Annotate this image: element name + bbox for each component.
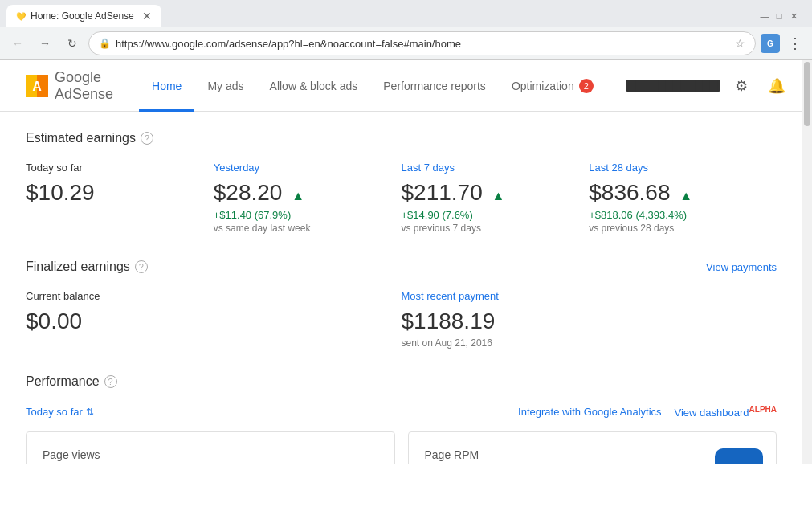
- finalized-earnings-title: Finalized earnings ?: [26, 260, 148, 274]
- nav-allow-block-ads[interactable]: Allow & block ads: [257, 60, 371, 112]
- earnings-grid: Today so far $10.29 Yesterday $28.20 ▲ +…: [26, 161, 777, 234]
- tab-favicon: 💛: [16, 12, 26, 21]
- tab-close-button[interactable]: ✕: [142, 10, 152, 22]
- earnings-yesterday-change: +$11.40 (67.9%): [214, 209, 382, 221]
- tab-title: Home: Google AdSense: [31, 10, 134, 22]
- performance-cards: Page views 11,385 Page RPM $0.21 B ): [26, 431, 777, 464]
- earnings-yesterday-label[interactable]: Yesterday: [214, 161, 382, 174]
- window-controls: — □ ✕: [759, 10, 806, 22]
- back-button[interactable]: ←: [6, 32, 29, 55]
- bookmark-icon[interactable]: ☆: [735, 37, 745, 50]
- branding-logo-svg: B ): [715, 448, 763, 464]
- close-button[interactable]: ✕: [788, 10, 799, 22]
- earnings-28days-change: +$818.06 (4,393.4%): [589, 209, 757, 221]
- performance-title: Performance ?: [26, 374, 777, 389]
- estimated-earnings-help[interactable]: ?: [141, 132, 153, 145]
- adsense-logo-svg: A: [26, 75, 48, 97]
- most-recent-payment-date: sent on Aug 21, 2016: [402, 337, 777, 349]
- performance-controls: Today so far ⇅ Integrate with Google Ana…: [26, 405, 777, 419]
- main-nav: Home My ads Allow & block ads Performanc…: [139, 60, 606, 112]
- chrome-menu-button[interactable]: ⋮: [785, 31, 806, 55]
- earnings-28days-label[interactable]: Last 28 days: [589, 161, 757, 174]
- earnings-yesterday-amount: $28.20 ▲: [214, 180, 382, 206]
- earnings-today-amount: $10.29: [26, 180, 194, 206]
- nav-my-ads[interactable]: My ads: [194, 60, 256, 112]
- page-rpm-label: Page RPM: [425, 448, 761, 461]
- finalized-earnings-header: Finalized earnings ? View payments: [26, 260, 777, 274]
- finalized-earnings-grid: Current balance $0.00 Most recent paymen…: [26, 290, 777, 349]
- nav-home-label: Home: [152, 80, 182, 92]
- earnings-7days-vs: vs previous 7 days: [402, 223, 570, 234]
- nav-home[interactable]: Home: [139, 60, 194, 112]
- estimated-earnings-section: Estimated earnings ? Today so far $10.29…: [26, 131, 777, 234]
- lock-icon: 🔒: [99, 38, 111, 49]
- estimated-earnings-title: Estimated earnings ?: [26, 131, 777, 145]
- address-bar: ← → ↻ 🔒 https://www.google.com/adsense/a…: [0, 27, 812, 59]
- earnings-28days-amount: $836.68 ▲: [589, 180, 757, 206]
- notifications-button[interactable]: 🔔: [762, 72, 791, 100]
- page-wrapper: A Google AdSense Home My ads Allow & blo…: [0, 60, 812, 464]
- current-balance-col: Current balance $0.00: [26, 290, 402, 349]
- earnings-7days-change: +$14.90 (7.6%): [402, 209, 570, 221]
- alpha-badge: ALPHA: [749, 405, 777, 414]
- settings-button[interactable]: ⚙: [727, 72, 756, 100]
- earnings-7days-amount: $211.70 ▲: [402, 180, 570, 206]
- branding-logo: B ): [715, 448, 763, 464]
- svg-text:A: A: [32, 80, 42, 93]
- current-balance-amount: $0.00: [26, 309, 402, 334]
- forward-button[interactable]: →: [34, 32, 56, 55]
- nav-allow-block-ads-label: Allow & block ads: [270, 80, 358, 92]
- view-dashboard-link[interactable]: View dashboardALPHA: [675, 405, 777, 419]
- 28days-up-arrow: ▲: [679, 189, 692, 202]
- performance-help[interactable]: ?: [104, 375, 117, 388]
- browser-chrome: 💛 Home: Google AdSense ✕ — □ ✕ ← → ↻ 🔒 h…: [0, 0, 812, 60]
- back-icon: ←: [12, 37, 23, 50]
- scrollbar-track[interactable]: [802, 60, 812, 464]
- most-recent-payment-label[interactable]: Most recent payment: [402, 290, 777, 302]
- user-email: ████████████: [626, 80, 721, 92]
- performance-timerange-dropdown[interactable]: Today so far ⇅: [26, 406, 94, 418]
- svg-text:B: B: [731, 459, 747, 464]
- forward-icon: →: [39, 37, 51, 50]
- menu-icon: ⋮: [788, 35, 802, 51]
- page-content: A Google AdSense Home My ads Allow & blo…: [0, 60, 802, 464]
- performance-links: Integrate with Google Analytics View das…: [518, 405, 777, 419]
- header-actions: ████████████ ⚙ 🔔 Help: [626, 72, 802, 100]
- yesterday-up-arrow: ▲: [292, 189, 304, 202]
- most-recent-payment-amount: $1188.19: [402, 309, 777, 334]
- earnings-7days-label[interactable]: Last 7 days: [402, 161, 570, 174]
- earnings-today-label: Today so far: [26, 161, 194, 174]
- minimize-button[interactable]: —: [759, 10, 770, 22]
- finalized-earnings-title-text: Finalized earnings: [26, 260, 130, 274]
- refresh-button[interactable]: ↻: [61, 32, 84, 55]
- nav-optimization-label: Optimization: [512, 80, 574, 92]
- refresh-icon: ↻: [67, 37, 77, 50]
- earnings-today: Today so far $10.29: [26, 161, 214, 234]
- current-balance-label: Current balance: [26, 290, 402, 302]
- nav-performance-reports-label: Performance reports: [383, 80, 486, 92]
- earnings-28days: Last 28 days $836.68 ▲ +$818.06 (4,393.4…: [589, 161, 777, 234]
- dropdown-icon: ⇅: [86, 407, 94, 418]
- estimated-earnings-title-text: Estimated earnings: [26, 131, 136, 145]
- most-recent-payment-col: Most recent payment $1188.19 sent on Aug…: [402, 290, 777, 349]
- nav-optimization[interactable]: Optimization 2: [499, 60, 606, 112]
- finalized-earnings-help[interactable]: ?: [135, 260, 148, 273]
- nav-performance-reports[interactable]: Performance reports: [370, 60, 499, 112]
- page-rpm-card: Page RPM $0.21 B ): [408, 431, 777, 464]
- earnings-28days-vs: vs previous 28 days: [589, 223, 757, 234]
- scrollbar-thumb[interactable]: [804, 62, 810, 126]
- gear-icon: ⚙: [735, 77, 748, 95]
- url-bar[interactable]: 🔒 https://www.google.com/adsense/app?hl=…: [88, 31, 756, 55]
- integrate-analytics-link[interactable]: Integrate with Google Analytics: [518, 406, 662, 418]
- page-views-card: Page views 11,385: [26, 431, 395, 464]
- performance-section: Performance ? Today so far ⇅ Integrate w…: [26, 374, 777, 464]
- active-tab[interactable]: 💛 Home: Google AdSense ✕: [6, 5, 161, 27]
- earnings-yesterday: Yesterday $28.20 ▲ +$11.40 (67.9%) vs sa…: [214, 161, 402, 234]
- view-payments-link[interactable]: View payments: [706, 261, 777, 273]
- optimization-badge: 2: [579, 79, 594, 93]
- app-logo: A Google AdSense: [26, 69, 113, 103]
- performance-title-text: Performance: [26, 374, 100, 389]
- extension-icon[interactable]: G: [761, 34, 780, 53]
- finalized-earnings-section: Finalized earnings ? View payments Curre…: [26, 260, 777, 349]
- maximize-button[interactable]: □: [773, 10, 785, 22]
